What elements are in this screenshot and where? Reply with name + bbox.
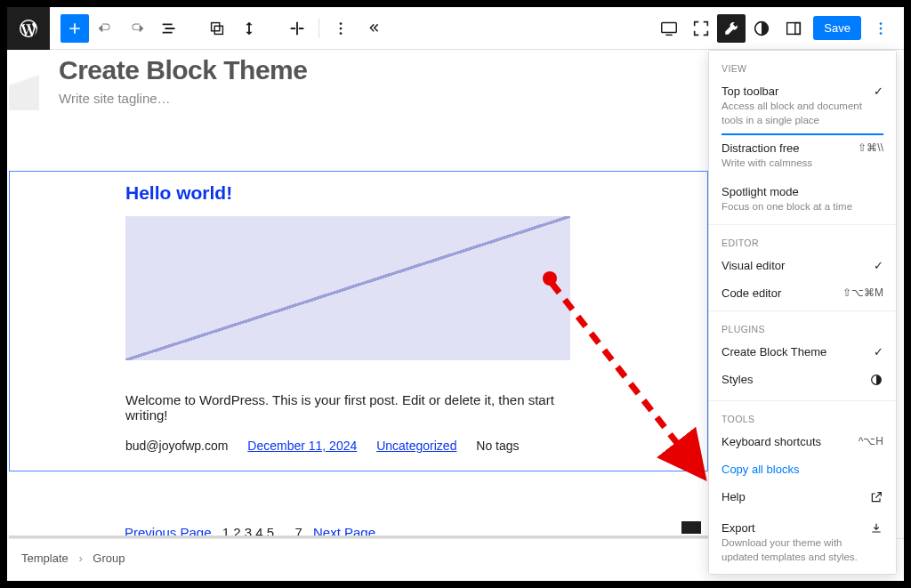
panel-heading-tools: TOOLS	[709, 405, 896, 428]
site-tagline-input[interactable]: Write site tagline…	[59, 91, 797, 106]
menu-welcome-guide[interactable]: Welcome Guide	[709, 571, 896, 575]
featured-image-placeholder[interactable]	[125, 216, 570, 360]
block-handle[interactable]	[681, 521, 701, 534]
menu-top-toolbar-desc: Access all block and document tools in a…	[722, 100, 867, 127]
svg-rect-7	[787, 22, 801, 34]
menu-top-toolbar-title: Top toolbar	[722, 85, 867, 98]
svg-point-4	[340, 32, 343, 35]
post-category[interactable]: Uncategorized	[376, 439, 456, 453]
view-desktop-icon[interactable]	[653, 12, 685, 44]
styles-icon[interactable]	[746, 12, 778, 44]
svg-point-9	[880, 22, 883, 25]
svg-point-10	[880, 27, 883, 29]
menu-distraction-free-desc: Write with calmness	[722, 157, 851, 171]
menu-distraction-free[interactable]: Distraction free Write with calmness ⇧⌘\…	[709, 134, 896, 178]
move-up-down-icon[interactable]	[233, 12, 265, 44]
menu-keyboard-shortcuts[interactable]: Keyboard shortcuts ^⌥H	[709, 428, 896, 455]
panel-heading-plugins: PLUGINS	[709, 315, 896, 338]
menu-keyboard-title: Keyboard shortcuts	[722, 435, 851, 448]
post-meta: bud@joyofwp.com December 11, 2024 Uncate…	[125, 439, 592, 453]
menu-export-desc: Download your theme with updated templat…	[722, 536, 869, 564]
svg-rect-1	[214, 26, 222, 34]
post-body[interactable]: Welcome to WordPress. This is your first…	[125, 392, 592, 423]
settings-sidebar-icon[interactable]	[778, 12, 810, 44]
add-block-button[interactable]	[60, 14, 89, 43]
options-menu-button[interactable]	[865, 12, 897, 44]
panel-heading-editor: EDITOR	[709, 229, 896, 252]
shortcut-label: ^⌥H	[859, 435, 883, 447]
options-dropdown: VIEW Top toolbar Access all block and do…	[708, 50, 897, 575]
more-options-icon[interactable]	[325, 12, 357, 44]
menu-help-title: Help	[722, 490, 869, 503]
menu-visual-editor[interactable]: Visual editor ✓	[709, 252, 896, 279]
menu-top-toolbar[interactable]: Top toolbar Access all block and documen…	[709, 77, 896, 134]
menu-copy-all-blocks[interactable]: Copy all blocks	[709, 455, 896, 483]
check-icon: ✓	[874, 85, 883, 98]
check-icon: ✓	[874, 345, 883, 358]
shortcut-label: ⇧⌘\\	[858, 141, 883, 154]
post-tags: No tags	[476, 439, 519, 453]
post-block-selected[interactable]: Hello world! Welcome to WordPress. This …	[9, 171, 708, 471]
menu-spotlight-title: Spotlight mode	[722, 185, 883, 198]
post-title[interactable]: Hello world!	[125, 182, 592, 204]
styles-half-circle-icon	[869, 373, 883, 390]
svg-point-11	[880, 32, 883, 35]
top-toolbar: Save	[7, 7, 904, 50]
redo-button[interactable]	[121, 12, 153, 44]
collapse-toolbar-icon[interactable]	[357, 12, 389, 44]
menu-styles-title: Styles	[722, 373, 869, 386]
breadcrumb-group[interactable]: Group	[93, 552, 125, 565]
post-author[interactable]: bud@joyofwp.com	[125, 439, 228, 453]
menu-visual-editor-title: Visual editor	[722, 259, 867, 272]
tools-icon[interactable]	[717, 14, 746, 43]
page-edge-decoration	[9, 50, 39, 110]
menu-code-editor[interactable]: Code editor ⇧⌥⌘M	[709, 279, 896, 307]
toolbar-separator	[318, 19, 319, 38]
list-view-button[interactable]	[153, 12, 185, 44]
menu-distraction-free-title: Distraction free	[722, 141, 851, 155]
site-title[interactable]: Create Block Theme	[59, 55, 797, 85]
menu-help[interactable]: Help	[709, 483, 896, 514]
post-date[interactable]: December 11, 2024	[247, 439, 357, 453]
shortcut-label: ⇧⌥⌘M	[842, 286, 883, 299]
save-button[interactable]: Save	[813, 16, 861, 40]
check-icon: ✓	[874, 259, 883, 272]
svg-rect-5	[662, 22, 677, 32]
wordpress-logo[interactable]	[7, 7, 50, 50]
menu-create-block-theme[interactable]: Create Block Theme ✓	[709, 338, 896, 366]
menu-code-editor-title: Code editor	[722, 286, 835, 300]
breadcrumb-template[interactable]: Template	[21, 552, 69, 565]
svg-point-3	[340, 27, 343, 29]
svg-rect-8	[795, 22, 801, 34]
menu-spotlight[interactable]: Spotlight mode Focus on one block at a t…	[709, 178, 896, 222]
svg-point-2	[340, 22, 343, 25]
chevron-right-icon: ›	[78, 552, 82, 565]
align-icon[interactable]	[281, 12, 313, 44]
external-link-icon	[869, 490, 883, 507]
menu-cbt-title: Create Block Theme	[722, 345, 867, 358]
undo-button[interactable]	[89, 12, 121, 44]
menu-export-title: Export	[722, 521, 869, 535]
panel-heading-view: VIEW	[709, 54, 896, 77]
menu-copy-all-title: Copy all blocks	[722, 463, 883, 476]
menu-export[interactable]: Export Download your theme with updated …	[709, 514, 896, 571]
menu-spotlight-desc: Focus on one block at a time	[722, 200, 883, 214]
copy-icon[interactable]	[201, 12, 233, 44]
menu-styles[interactable]: Styles	[709, 366, 896, 397]
download-icon	[869, 521, 883, 538]
fullscreen-icon[interactable]	[685, 12, 717, 44]
svg-rect-0	[212, 22, 220, 30]
